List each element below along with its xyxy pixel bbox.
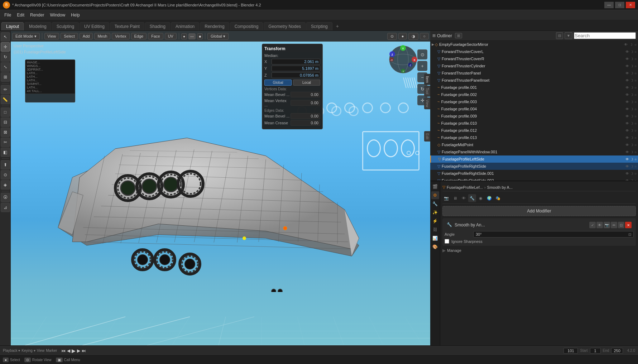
viewport-mode-selector[interactable]: Edit Mode ▾ xyxy=(12,33,40,40)
render-icon[interactable]: ○ xyxy=(634,129,637,133)
visibility-icon[interactable]: 👁 xyxy=(625,136,629,140)
selectable-icon[interactable]: ☽ xyxy=(630,107,633,111)
modifier-cage-btn[interactable]: ⊡ xyxy=(618,222,624,228)
menu-render[interactable]: Render xyxy=(27,12,47,18)
prop-particles-btn[interactable]: ✨ xyxy=(431,209,439,216)
render-icon[interactable]: ○ xyxy=(634,172,637,176)
tab-modeling[interactable]: Modeling xyxy=(24,22,51,30)
prop-shader-icon[interactable]: ◉ xyxy=(477,194,485,202)
marker-menu[interactable]: Marker xyxy=(46,349,57,353)
tab-geometry-nodes[interactable]: Geometry Nodes xyxy=(264,22,306,30)
selectable-icon[interactable]: ☽ xyxy=(630,78,633,82)
edit-tab[interactable]: Edit xyxy=(424,131,430,142)
list-item[interactable]: ▽ ForwardThrusterCoverR 👁 ☽ ○ xyxy=(430,55,638,62)
current-frame-field[interactable]: 101 xyxy=(563,348,578,354)
render-icon[interactable]: ○ xyxy=(634,43,637,47)
render-icon[interactable]: ○ xyxy=(634,179,637,181)
transform-global-btn[interactable]: Global xyxy=(264,80,292,86)
viewport-shading-solid[interactable]: ● xyxy=(398,33,407,39)
tool-move[interactable]: ✛ xyxy=(1,42,10,52)
list-item[interactable]: ▽ FuselageProfileRightSide.002 👁 ☽ ○ xyxy=(430,177,638,181)
jump-to-end-button[interactable]: ⏭ xyxy=(82,348,86,353)
prop-data-btn[interactable]: 📊 xyxy=(431,234,439,242)
list-item[interactable]: ~ Fuselage profile.001 👁 ☽ ○ xyxy=(430,84,638,91)
view-tab[interactable]: View xyxy=(424,97,430,110)
menu-edit[interactable]: Edit xyxy=(14,12,27,18)
visibility-icon[interactable]: 👁 xyxy=(625,114,629,118)
transform-x-value[interactable]: 2.061 m xyxy=(272,59,320,64)
view-menu[interactable]: View xyxy=(37,349,45,353)
tool-shear[interactable]: ⊿ xyxy=(1,203,10,212)
selectable-icon[interactable]: ☽ xyxy=(630,114,633,118)
visibility-icon[interactable]: 👁 xyxy=(624,43,628,47)
zoom-in-button[interactable]: + xyxy=(417,61,427,71)
modifier-realtime-btn[interactable]: 👁 xyxy=(596,222,603,228)
next-frame-button[interactable]: ▶ xyxy=(77,348,80,353)
prop-modifier-active-icon[interactable]: 🔧 xyxy=(468,194,476,202)
modifier-render-btn[interactable]: 📷 xyxy=(604,222,610,228)
render-icon[interactable]: ○ xyxy=(634,150,637,154)
selectable-icon[interactable]: ☽ xyxy=(630,150,633,154)
prop-view-icon[interactable]: 👁 xyxy=(460,194,467,202)
render-icon[interactable]: ○ xyxy=(634,50,637,54)
list-item[interactable]: ▽ ForwardThrusterPanelInset 👁 ☽ ○ xyxy=(430,77,638,84)
selectable-icon[interactable]: ☽ xyxy=(630,93,633,97)
minimize-button[interactable]: — xyxy=(604,2,614,8)
transform-local-btn[interactable]: Local xyxy=(293,80,320,86)
outliner-search-input[interactable] xyxy=(574,32,636,39)
prop-constraints-btn[interactable]: ⛓ xyxy=(431,226,439,234)
viewport-shading-render[interactable]: ○ xyxy=(420,33,429,39)
tool-loop-cut[interactable]: ⊟ xyxy=(1,118,10,127)
render-icon[interactable]: ○ xyxy=(634,143,637,147)
tool-annotate[interactable]: ✏ xyxy=(1,85,10,94)
zoom-to-fit-button[interactable]: ⊙ xyxy=(417,49,427,59)
prop-scene-btn[interactable]: 🎬 xyxy=(431,183,439,191)
tool-extrude[interactable]: ⬆ xyxy=(1,160,10,169)
tab-shading[interactable]: Shading xyxy=(145,22,170,30)
viewport-select-menu[interactable]: Select xyxy=(61,33,78,39)
render-icon[interactable]: ○ xyxy=(634,114,637,118)
prop-world-icon[interactable]: 🌍 xyxy=(485,194,493,202)
viewport-uv-menu[interactable]: UV xyxy=(165,33,177,39)
tool-scale[interactable]: ⤡ xyxy=(1,62,10,72)
visibility-icon[interactable]: 👁 xyxy=(625,71,629,75)
prop-material-btn[interactable]: 🎨 xyxy=(431,243,439,251)
navigation-widget[interactable]: X Y Z -X -Y -Z xyxy=(389,45,417,74)
render-icon[interactable]: ○ xyxy=(634,136,637,140)
tab-scripting[interactable]: Scripting xyxy=(306,22,332,30)
visibility-icon[interactable]: 👁 xyxy=(625,150,629,154)
list-item[interactable]: ~ Fuselage profile.010 👁 ☽ ○ xyxy=(430,120,638,127)
render-icon[interactable]: ○ xyxy=(634,107,637,111)
list-item[interactable]: ▽ FuselageProfileRightSide.001 👁 ☽ ○ xyxy=(430,170,638,177)
prop-modifier-btn[interactable]: 🔧 xyxy=(431,200,439,208)
tool-bisect[interactable]: ◧ xyxy=(1,148,10,157)
visibility-icon[interactable]: 👁 xyxy=(625,100,629,104)
visibility-icon[interactable]: 👁 xyxy=(625,64,629,68)
list-item[interactable]: ▽ FuselagePanelWithWindow.001 👁 ☽ ○ xyxy=(430,148,638,155)
start-frame-field[interactable]: 1 xyxy=(590,348,601,354)
transform-mean-crease-value[interactable]: 0.00 xyxy=(291,120,320,126)
selectable-icon[interactable]: ☽ xyxy=(630,157,633,161)
selectable-icon[interactable]: ☽ xyxy=(630,86,633,90)
list-item[interactable]: ~ Fuselage profile.013 👁 ☽ ○ xyxy=(430,134,638,141)
list-item[interactable]: ▶ ◇ EmptyFuselageSectorMirror 👁 ☽ ○ xyxy=(430,41,638,48)
list-item[interactable]: ▽ ForwardThrusterCylinder 👁 ☽ ○ xyxy=(430,62,638,70)
selectable-icon[interactable]: ☽ xyxy=(630,121,633,125)
visibility-icon[interactable]: 👁 xyxy=(625,129,629,133)
tab-compositing[interactable]: Compositing xyxy=(230,22,263,30)
selectable-icon[interactable]: ☽ xyxy=(630,50,633,54)
list-item[interactable]: ◇ FuselageMidPoint 👁 ☽ ○ xyxy=(430,141,638,148)
render-icon[interactable]: ○ xyxy=(634,164,637,168)
tool-rotate[interactable]: ↻ xyxy=(1,52,10,62)
visibility-icon[interactable]: 👁 xyxy=(625,143,629,147)
tool-knife[interactable]: ✂ xyxy=(1,138,10,147)
modifier-move-up-btn[interactable]: ✕ xyxy=(625,222,632,228)
tool-cursor[interactable]: ↖ xyxy=(1,32,10,42)
transform-space-selector[interactable]: Global ▾ xyxy=(207,33,229,40)
visibility-icon[interactable]: 👁 xyxy=(625,179,629,181)
render-icon[interactable]: ○ xyxy=(634,93,637,97)
transform-mean-bevel-e-value[interactable]: 0.00 xyxy=(291,113,320,119)
tool-bevel[interactable]: ◈ xyxy=(1,180,10,190)
render-icon[interactable]: ○ xyxy=(634,121,637,125)
render-icon[interactable]: ○ xyxy=(634,157,637,161)
